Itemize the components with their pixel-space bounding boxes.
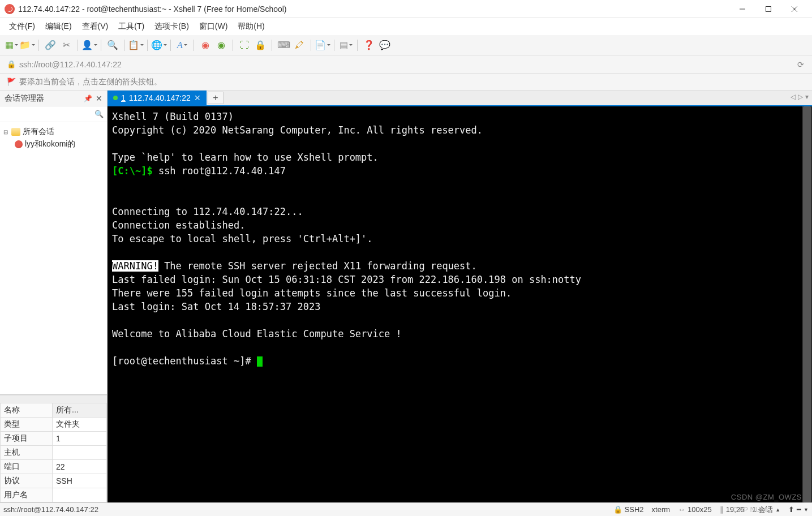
tab-next-button[interactable]: ▷	[798, 93, 803, 101]
tree-root-label: 所有会话	[23, 127, 54, 137]
separator	[78, 40, 78, 51]
separator	[311, 40, 311, 51]
maximize-button[interactable]	[755, 0, 781, 18]
tabstrip: 1 112.74.40.147:22 ✕ + ◁ ▷ ▾	[108, 91, 812, 106]
panel-close-button[interactable]: ✕	[96, 94, 102, 103]
flag-icon: 🚩	[7, 78, 16, 86]
position-icon: ∥	[720, 505, 724, 514]
separator	[124, 40, 124, 51]
menu-help[interactable]: 帮助(H)	[233, 19, 269, 34]
lock-icon: 🔒	[613, 505, 622, 514]
session-tab[interactable]: 1 112.74.40.147:22 ✕	[108, 91, 207, 105]
layout-button[interactable]: ▤	[339, 38, 353, 52]
session-tree: ⊟ 所有会话 lyy和kokomi的	[0, 122, 107, 394]
property-hscroll[interactable]	[0, 395, 107, 403]
lock-button[interactable]: 🔒	[254, 38, 267, 52]
link-button[interactable]: 🔗	[44, 38, 57, 52]
statusbar: ssh://root@112.74.40.147:22 🔒SSH2 xterm …	[0, 502, 812, 516]
window-title: 112.74.40.147:22 - root@techenthusiast:~…	[18, 5, 729, 14]
keyboard-button[interactable]: ⌨	[277, 38, 290, 52]
titlebar: 112.74.40.147:22 - root@techenthusiast:~…	[0, 0, 812, 18]
reconnect-button[interactable]: ⟳	[795, 59, 806, 70]
main-area: 会话管理器 📌 ✕ 🔍 ⊟ 所有会话 lyy和kokomi的 名称 所有...	[0, 91, 812, 502]
status-address: ssh://root@112.74.40.147:22	[3, 505, 98, 514]
prop-header-all[interactable]: 所有...	[53, 403, 107, 418]
pin-button[interactable]: 📌	[84, 94, 92, 102]
search-button[interactable]: 🔍	[106, 38, 119, 52]
highlight-button[interactable]: 🖍	[293, 38, 306, 52]
terminal[interactable]: Xshell 7 (Build 0137) Copyright (c) 2020…	[108, 106, 812, 502]
copy-paste-button[interactable]: 📋	[129, 38, 143, 52]
resize-icon: ↔	[678, 505, 685, 514]
status-size: ↔100x25	[678, 505, 712, 514]
prop-key: 用户名	[1, 488, 53, 502]
prop-value	[53, 488, 107, 502]
addressbar: 🔒 ssh://root@112.74.40.147:22 ⟳	[0, 55, 812, 74]
prop-header-name[interactable]: 名称	[1, 403, 53, 418]
profile-button[interactable]: 👤	[83, 38, 96, 52]
minimize-button[interactable]	[729, 0, 755, 18]
prop-value: 22	[53, 460, 107, 474]
session-icon	[15, 140, 23, 148]
prop-value: SSH	[53, 474, 107, 488]
menu-edit[interactable]: 编辑(E)	[41, 19, 76, 34]
tab-label: 112.74.40.147:22	[129, 93, 191, 102]
status-protocol: 🔒SSH2	[613, 505, 644, 514]
tab-prev-button[interactable]: ◁	[790, 93, 796, 101]
chat-button[interactable]: 💬	[378, 38, 392, 52]
separator	[101, 40, 101, 51]
remote-prompt: [root@techenthusiast ~]#	[112, 355, 257, 367]
tab-list-button[interactable]: ▾	[805, 93, 809, 101]
menu-view[interactable]: 查看(V)	[78, 19, 113, 34]
menu-window[interactable]: 窗口(W)	[195, 19, 233, 34]
separator	[147, 40, 148, 51]
close-button[interactable]	[781, 0, 807, 18]
prop-value	[53, 446, 107, 460]
terminal-scrollbar[interactable]	[802, 106, 812, 502]
prop-value: 文件夹	[53, 418, 107, 432]
tree-twisty-icon[interactable]: ⊟	[3, 129, 10, 135]
chevron-down-icon: ▼	[804, 507, 809, 513]
local-prompt: [C:\~]$	[112, 165, 158, 177]
xftp-button[interactable]: ◉	[214, 38, 228, 52]
paste-button[interactable]: 📄	[316, 38, 329, 52]
folder-icon	[11, 128, 20, 136]
prop-key: 协议	[1, 474, 53, 488]
menu-tools[interactable]: 工具(T)	[114, 19, 149, 34]
status-send-all[interactable]: ⬆ ━ ▼	[788, 505, 809, 514]
separator	[194, 40, 194, 51]
menu-tabs[interactable]: 选项卡(B)	[150, 19, 194, 34]
xshell-button[interactable]: ◉	[199, 38, 212, 52]
tree-root[interactable]: ⊟ 所有会话	[2, 126, 105, 138]
tree-child[interactable]: lyy和kokomi的	[2, 138, 105, 150]
menu-file[interactable]: 文件(F)	[5, 19, 40, 34]
prop-key: 端口	[1, 460, 53, 474]
globe-button[interactable]: 🌐	[152, 38, 166, 52]
separator	[357, 40, 358, 51]
session-manager-header: 会话管理器 📌 ✕	[0, 91, 107, 106]
separator	[38, 40, 39, 51]
prop-row: 端口22	[1, 460, 107, 474]
disconnect-button[interactable]: ✂	[59, 38, 73, 52]
status-caps: CAP NUM	[733, 505, 767, 514]
warning-label: WARNING!	[112, 260, 158, 272]
separator	[334, 40, 334, 51]
new-tab-button[interactable]: +	[208, 92, 224, 104]
address-text[interactable]: ssh://root@112.74.40.147:22	[19, 60, 122, 69]
prop-row: 主机	[1, 446, 107, 460]
cursor-icon	[257, 356, 263, 367]
connection-status-icon	[113, 96, 118, 100]
open-session-button[interactable]: 📁	[20, 38, 34, 52]
session-manager-panel: 会话管理器 📌 ✕ 🔍 ⊟ 所有会话 lyy和kokomi的 名称 所有...	[0, 91, 108, 502]
font-button[interactable]: A	[175, 38, 189, 52]
svg-rect-0	[766, 6, 771, 11]
prop-row: 协议SSH	[1, 474, 107, 488]
fullscreen-button[interactable]: ⛶	[238, 38, 251, 52]
content-area: 1 112.74.40.147:22 ✕ + ◁ ▷ ▾ Xshell 7 (B…	[108, 91, 812, 502]
new-session-button[interactable]: ▦	[5, 38, 18, 52]
tab-number: 1	[121, 93, 126, 102]
session-search[interactable]: 🔍	[0, 106, 107, 122]
lock-icon: 🔒	[7, 60, 16, 68]
help-button[interactable]: ❓	[362, 38, 376, 52]
tab-close-button[interactable]: ✕	[194, 93, 201, 102]
